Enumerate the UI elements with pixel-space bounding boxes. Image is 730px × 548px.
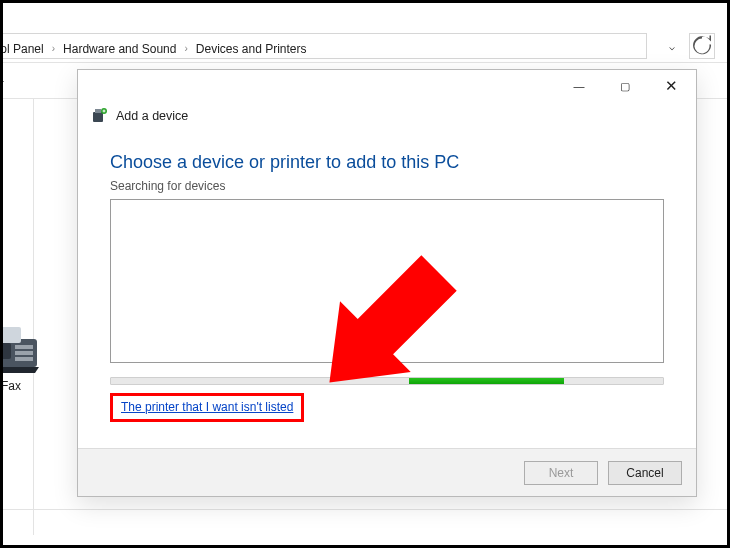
add-device-dialog: — ▢ ✕ Add a device Choose a device or pr… [77, 69, 697, 497]
next-button[interactable]: Next [524, 461, 598, 485]
device-results-list[interactable] [110, 199, 664, 363]
svg-rect-6 [93, 112, 103, 122]
svg-rect-7 [95, 109, 101, 113]
breadcrumb[interactable]: trol Panel › Hardware and Sound › Device… [0, 35, 319, 62]
close-button[interactable]: ✕ [648, 71, 694, 101]
chevron-down-icon[interactable]: ⌵ [669, 41, 675, 52]
refresh-button[interactable] [689, 33, 715, 59]
maximize-button[interactable]: ▢ [602, 71, 648, 101]
window-titlebar: — ▢ ✕ [78, 70, 696, 102]
breadcrumb-seg-2[interactable]: Devices and Printers [192, 40, 311, 58]
device-item-fax[interactable]: Fax [0, 321, 51, 393]
sidebar-divider [33, 99, 34, 535]
breadcrumb-seg-0[interactable]: trol Panel [0, 40, 48, 58]
device-item-label: Fax [0, 379, 51, 393]
dialog-heading: Choose a device or printer to add to thi… [110, 152, 664, 173]
breadcrumb-seg-1[interactable]: Hardware and Sound [59, 40, 180, 58]
chevron-right-icon: › [182, 43, 189, 54]
explorer-statusbar [3, 509, 727, 537]
svg-rect-3 [15, 345, 33, 349]
svg-rect-2 [0, 343, 11, 359]
svg-rect-5 [15, 357, 33, 361]
minimize-button[interactable]: — [556, 71, 602, 101]
chevron-right-icon: › [50, 43, 57, 54]
search-progress-bar [110, 377, 664, 385]
cancel-button[interactable]: Cancel [608, 461, 682, 485]
fax-device-icon [0, 321, 43, 375]
annotation-highlight-box: The printer that I want isn't listed [110, 393, 304, 422]
svg-rect-4 [15, 351, 33, 355]
toolbar-item[interactable]: nter [0, 77, 4, 91]
printer-not-listed-link[interactable]: The printer that I want isn't listed [121, 400, 293, 414]
progress-indicator [409, 378, 564, 384]
dialog-footer: Next Cancel [78, 448, 696, 496]
dialog-status: Searching for devices [110, 179, 664, 193]
device-plus-icon [92, 108, 108, 124]
explorer-header: trol Panel › Hardware and Sound › Device… [3, 3, 727, 63]
dialog-title: Add a device [116, 109, 188, 123]
svg-rect-1 [0, 327, 21, 343]
